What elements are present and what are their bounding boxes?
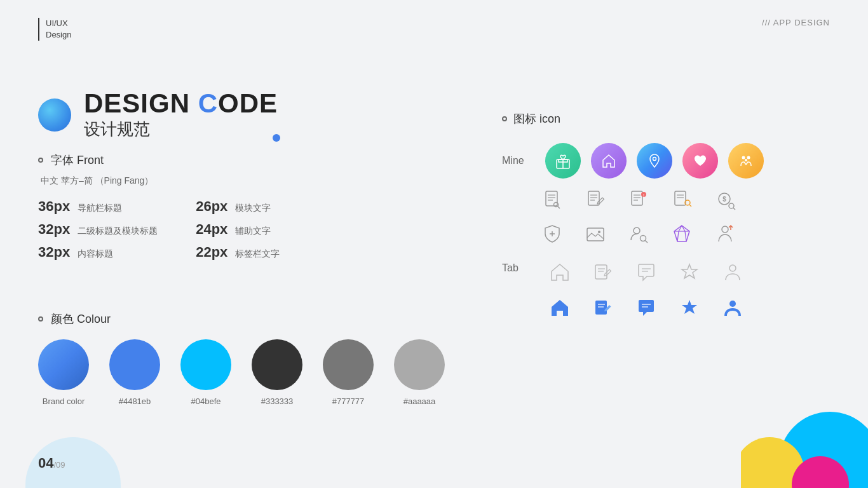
title-highlight-c: C: [198, 88, 218, 118]
font-size-item: 32px 二级标题及模块标题: [38, 221, 158, 238]
color-label-aaaaaa: #aaaaaa: [403, 396, 436, 406]
outline-icon-coin: $: [710, 185, 740, 214]
fs-label: 二级标题及模块标题: [78, 226, 158, 237]
svg-rect-41: [595, 265, 607, 279]
svg-point-52: [729, 301, 736, 307]
outline-icon-doc-search: [538, 185, 567, 214]
color-item-777777: #777777: [323, 339, 374, 406]
svg-line-38: [645, 240, 648, 243]
font-size-item: 36px 导航栏标题: [38, 198, 158, 215]
outline-icon-person-up: [710, 219, 740, 248]
svg-rect-23: [675, 191, 686, 205]
icon-section-dot: [502, 116, 507, 121]
tab-icon-star-active: [675, 293, 704, 322]
mine-label: Mine: [502, 155, 527, 166]
color-item-brand: Brand color: [38, 339, 89, 406]
color-section-dot: [38, 316, 43, 322]
mine-icon-gift: [545, 143, 581, 179]
color-swatch-4481eb: [109, 339, 160, 390]
font-size-item: 22px 标签栏文字: [196, 244, 315, 261]
tab-icons-grid: [545, 257, 747, 322]
logo-line1: UI/UX: [46, 18, 71, 29]
color-section-title: 颜色 Colour: [38, 311, 445, 327]
outline-icon-shield-plus: [538, 219, 567, 248]
svg-point-4: [742, 156, 745, 159]
svg-text:!: !: [643, 193, 644, 198]
tab-icon-home-active: [545, 293, 574, 322]
fs-label: 导航栏标题: [78, 203, 122, 214]
svg-rect-34: [587, 228, 604, 241]
logo-line2: Design: [46, 29, 71, 41]
tab-icon-home-inactive: [545, 257, 574, 287]
font-section-title: 字体 Front: [38, 152, 315, 168]
outline-icons-row2: [538, 219, 764, 248]
tab-label: Tab: [502, 262, 527, 274]
page-total: /09: [53, 460, 65, 470]
page-number: 04/09: [38, 455, 65, 471]
title-area: DESIGN CODE 设计规范: [38, 89, 278, 140]
fs-label: 内容标题: [78, 248, 113, 260]
color-label-333333: #333333: [261, 396, 294, 406]
outline-icon-person-search: [624, 219, 653, 248]
color-swatch-04befe: [180, 339, 231, 390]
tab-icon-star-inactive: [675, 257, 704, 287]
svg-point-39: [722, 226, 728, 233]
color-item-04befe: #04befe: [180, 339, 231, 406]
header: UI/UX Design /// APP DESIGN: [38, 18, 830, 41]
svg-point-36: [634, 227, 640, 234]
tab-icon-chat-active: [632, 293, 661, 322]
svg-rect-47: [595, 301, 607, 315]
tab-section: Tab: [502, 257, 764, 322]
outline-icon-doc-badge: !: [624, 185, 653, 214]
deco-bottom-right: [741, 405, 868, 488]
header-right: /// APP DESIGN: [762, 18, 830, 27]
color-item-aaaaaa: #aaaaaa: [394, 339, 445, 406]
svg-point-35: [598, 231, 600, 233]
svg-rect-7: [546, 191, 557, 206]
outline-icons-row1: ! $: [538, 185, 764, 214]
svg-point-6: [745, 159, 747, 161]
fs-label: 辅助文字: [235, 226, 271, 237]
svg-line-27: [690, 205, 692, 207]
fs-num: 22px: [196, 244, 227, 261]
fs-num: 36px: [38, 198, 70, 215]
color-swatch-aaaaaa: [394, 339, 445, 390]
svg-line-12: [558, 207, 560, 209]
section-icon: 图标 icon Mine: [502, 111, 764, 322]
color-swatch-brand: [38, 339, 89, 390]
fs-label: 模块文字: [235, 203, 271, 214]
svg-rect-17: [632, 191, 642, 205]
color-swatch-777777: [323, 339, 374, 390]
font-section-label: 字体 Front: [51, 152, 104, 168]
tab-icon-person-inactive: [718, 257, 747, 287]
icon-section-title: 图标 icon: [502, 111, 764, 126]
color-label-777777: #777777: [332, 396, 365, 406]
color-item-333333: #333333: [252, 339, 302, 406]
svg-point-37: [641, 236, 646, 241]
tab-icon-person-active: [718, 293, 747, 322]
outline-icon-doc-key: [667, 185, 696, 214]
font-section-dot: [38, 158, 43, 163]
svg-point-30: [729, 203, 734, 208]
font-family-row: 中文 苹方–简 （Ping Fang）: [41, 175, 315, 187]
font-size-item: 32px 内容标题: [38, 244, 158, 261]
fs-num: 32px: [38, 244, 70, 261]
svg-point-5: [747, 156, 750, 159]
color-item-4481eb: #4481eb: [109, 339, 160, 406]
mine-icon-heart: [682, 143, 718, 179]
section-font: 字体 Front 中文 苹方–简 （Ping Fang） 36px 导航栏标题 …: [38, 152, 315, 261]
svg-text:$: $: [722, 196, 726, 203]
fs-label: 标签栏文字: [235, 248, 280, 260]
color-label-4481eb: #4481eb: [119, 396, 151, 406]
font-size-item: 26px 模块文字: [196, 198, 315, 215]
color-section-label: 颜色 Colour: [51, 311, 111, 327]
svg-point-3: [653, 158, 656, 161]
title-subtitle: 设计规范: [84, 118, 278, 140]
title-main: DESIGN CODE: [84, 89, 278, 118]
mine-row: Mine: [502, 143, 764, 179]
font-size-item: 24px 辅助文字: [196, 221, 315, 238]
mine-icon-location: [637, 143, 672, 179]
mine-icon-home: [591, 143, 627, 179]
color-label-04befe: #04befe: [191, 396, 221, 406]
color-label-brand: Brand color: [43, 396, 85, 406]
